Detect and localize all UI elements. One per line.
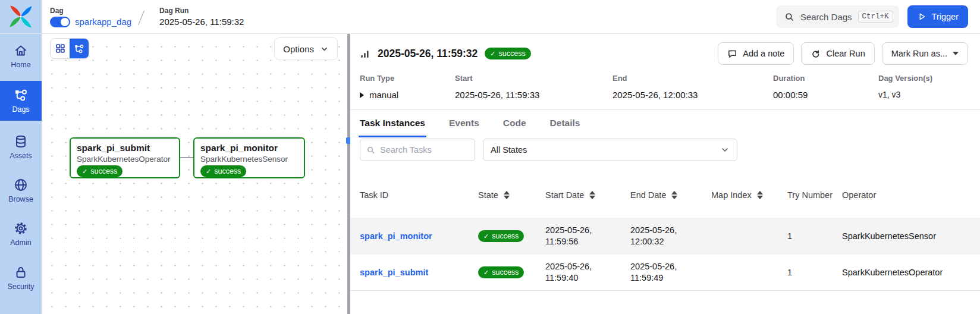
status-badge: ✓success (200, 165, 246, 177)
airflow-app: Dag sparkapp_dag Dag Run 2025-05-26, 11:… (0, 0, 980, 314)
grid-view-button[interactable] (51, 39, 70, 58)
start-date-cell: 2025-05-26, 11:59:56 (545, 225, 630, 247)
search-tasks-placeholder: Search Tasks (380, 145, 432, 155)
end-value: 2025-05-26, 12:00:33 (612, 90, 773, 100)
dag-pause-toggle[interactable] (50, 17, 70, 27)
table-header-row: Task ID State Start Date End Date Map In… (350, 172, 980, 218)
col-try-number: Try Number (787, 190, 833, 200)
task-instances-table: Task ID State Start Date End Date Map In… (350, 172, 980, 291)
run-info-run-type: Run Type manual (360, 74, 455, 100)
status-badge: ✓success (478, 266, 524, 278)
dag-graph-panel[interactable]: Options spark_pi_submit SparkKubernetesO… (42, 34, 347, 314)
top-bar: Dag sparkapp_dag Dag Run 2025-05-26, 11:… (0, 0, 980, 34)
task-id-link[interactable]: spark_pi_monitor (360, 231, 432, 241)
chevron-down-icon (320, 45, 329, 54)
breadcrumb-separator (138, 11, 145, 25)
operator-cell: SparkKubernetesOperator (842, 268, 980, 277)
toggle-knob (61, 18, 69, 26)
grid-icon (55, 43, 66, 54)
graph-view-button[interactable] (70, 39, 89, 58)
sidebar-item-assets[interactable]: Assets (0, 134, 42, 160)
mark-run-as-label: Mark Run as... (891, 49, 947, 58)
search-icon (784, 12, 794, 22)
breadcrumb-dag-run: Dag Run 2025-05-26, 11:59:32 (159, 7, 244, 27)
search-tasks-input[interactable]: Search Tasks (360, 139, 475, 161)
state-filter-select[interactable]: All States (483, 139, 737, 161)
dag-run-value: 2025-05-26, 11:59:32 (159, 17, 244, 27)
check-icon: ✓ (206, 167, 211, 176)
sort-icon[interactable] (757, 191, 763, 199)
status-badge: ✓success (77, 165, 122, 177)
sort-icon[interactable] (589, 191, 595, 199)
start-date-cell: 2025-05-26, 11:59:40 (545, 261, 630, 284)
status-badge-label: success (90, 167, 117, 176)
browse-icon (14, 178, 28, 192)
tab-code[interactable]: Code (502, 118, 527, 137)
check-icon: ✓ (82, 167, 87, 176)
clear-run-label: Clear Run (826, 49, 865, 58)
sidebar-item-admin[interactable]: Admin (0, 221, 42, 247)
sidebar-item-label: Admin (10, 238, 31, 247)
clear-run-button[interactable]: Clear Run (801, 42, 874, 65)
end-date-cell: 2025-05-26, 12:00:32 (630, 225, 711, 247)
airflow-logo[interactable] (0, 0, 42, 33)
detail-tabs: Task Instances Events Code Details (350, 110, 980, 137)
info-label: Duration (773, 74, 878, 83)
task-id-link[interactable]: spark_pi_submit (360, 268, 428, 277)
trigger-button-label: Trigger (932, 12, 959, 21)
mark-run-as-button[interactable]: Mark Run as... (882, 42, 968, 65)
graph-options-button[interactable]: Options (274, 37, 338, 60)
expand-icon[interactable] (360, 92, 364, 98)
check-icon: ✓ (483, 268, 489, 277)
graph-view-toggle (50, 38, 89, 59)
play-icon (917, 12, 926, 21)
duration-value: 00:00:59 (773, 90, 878, 100)
state-filter-value: All States (491, 145, 527, 155)
trigger-button[interactable]: Trigger (907, 5, 968, 28)
breadcrumb-dag-name[interactable]: sparkapp_dag (75, 17, 131, 27)
sidebar-item-browse[interactable]: Browse (0, 178, 42, 203)
note-icon (727, 49, 737, 59)
tab-details[interactable]: Details (549, 118, 582, 137)
sidebar-item-security[interactable]: Security (0, 265, 42, 291)
task-node-spark-pi-monitor[interactable]: spark_pi_monitor SparkKubernetesSensor ✓… (193, 137, 305, 178)
col-map-index: Map Index (711, 190, 752, 200)
search-icon (366, 146, 375, 155)
refresh-icon (811, 49, 821, 59)
add-note-label: Add a note (743, 49, 784, 58)
security-lock-icon (14, 265, 28, 280)
tab-task-instances[interactable]: Task Instances (359, 118, 426, 137)
sidebar-nav: Home Dags Assets Browse Admin Security (0, 34, 42, 314)
sort-icon[interactable] (504, 191, 510, 199)
table-row-spark-pi-submit: spark_pi_submit ✓success 2025-05-26, 11:… (350, 255, 980, 291)
task-node-spark-pi-submit[interactable]: spark_pi_submit SparkKubernetesOperator … (70, 137, 180, 178)
tab-events[interactable]: Events (448, 118, 480, 137)
search-shortcut-badge: Ctrl+K (858, 11, 893, 23)
dag-versions-value: v1, v3 (878, 90, 968, 99)
table-row-spark-pi-monitor: spark_pi_monitor ✓success 2025-05-26, 11… (350, 218, 980, 255)
add-note-button[interactable]: Add a note (718, 42, 794, 65)
sidebar-item-dags[interactable]: Dags (0, 81, 42, 121)
search-dags-placeholder: Search Dags (800, 12, 852, 22)
status-badge-label: success (492, 231, 519, 241)
col-start-date: Start Date (545, 190, 584, 200)
info-label: End (612, 74, 773, 83)
col-state: State (478, 190, 498, 200)
sidebar-item-home[interactable]: Home (0, 43, 42, 69)
breadcrumb-dag: Dag sparkapp_dag (50, 7, 131, 27)
sidebar-item-label: Dags (12, 105, 29, 114)
caret-down-icon (953, 52, 959, 55)
search-dags-input[interactable]: Search Dags Ctrl+K (776, 5, 899, 28)
sort-icon[interactable] (671, 191, 677, 199)
task-toolbar: Search Tasks All States (360, 139, 980, 161)
run-status-label: success (499, 49, 526, 58)
run-header: 2025-05-26, 11:59:32 ✓success Add a note… (360, 42, 968, 65)
status-badge-label: success (214, 167, 241, 176)
home-icon (14, 43, 28, 58)
airflow-pinwheel-icon (8, 4, 33, 29)
run-title: 2025-05-26, 11:59:32 (378, 48, 478, 60)
options-button-label: Options (283, 44, 314, 54)
admin-gear-icon (14, 221, 28, 236)
check-icon: ✓ (483, 231, 489, 241)
run-info-dag-versions: Dag Version(s) v1, v3 (878, 74, 968, 100)
